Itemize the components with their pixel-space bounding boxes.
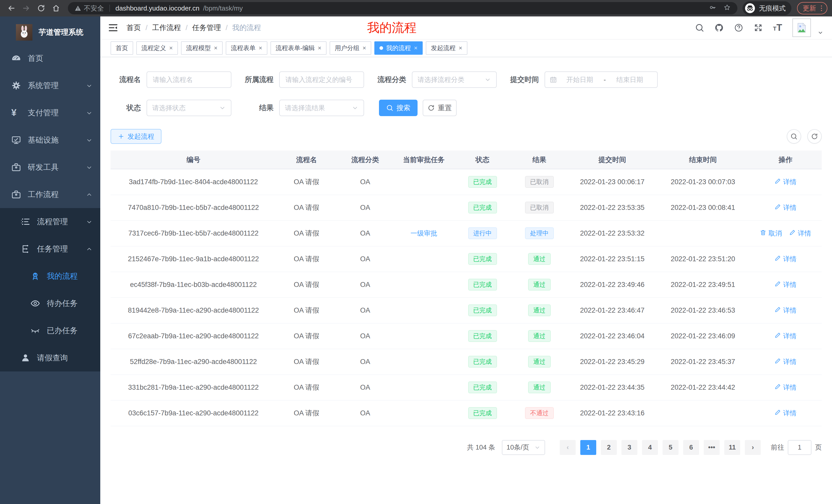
task-link[interactable]: 一级审批 <box>410 229 437 238</box>
tab-label: 流程模型 <box>186 44 211 52</box>
page-ellipsis[interactable]: ••• <box>704 440 720 455</box>
cell-process-name: OA 请假 <box>276 220 337 246</box>
tab-我的流程[interactable]: 我的流程× <box>374 41 423 55</box>
breadcrumb-item-任务管理[interactable]: 任务管理 <box>192 23 221 33</box>
next-page-button[interactable]: › <box>745 440 761 455</box>
reload-icon[interactable] <box>34 2 48 15</box>
detail-link[interactable]: 详情 <box>789 229 811 238</box>
not-secure-warning[interactable]: 不安全 <box>75 4 104 13</box>
close-icon[interactable]: × <box>459 45 462 51</box>
breadcrumb-item-首页[interactable]: 首页 <box>127 23 141 33</box>
breadcrumb-item-工作流程[interactable]: 工作流程 <box>152 23 181 33</box>
start-process-button[interactable]: 发起流程 <box>110 129 161 144</box>
page-1[interactable]: 1 <box>580 440 596 455</box>
github-icon[interactable] <box>714 23 724 32</box>
app-logo-row[interactable]: 芋道管理系统 <box>0 17 100 45</box>
detail-link[interactable]: 详情 <box>774 306 797 315</box>
detail-link[interactable]: 详情 <box>774 177 797 187</box>
sidebar-item-系统管理[interactable]: 系统管理 <box>0 72 100 99</box>
close-icon[interactable]: × <box>259 45 262 51</box>
cell-status: 进行中 <box>454 220 511 246</box>
close-icon[interactable]: × <box>318 45 321 51</box>
page-6[interactable]: 6 <box>683 440 699 455</box>
sidebar-item-工作流程[interactable]: 工作流程 <box>0 181 100 208</box>
back-icon[interactable] <box>5 2 18 15</box>
page-4[interactable]: 4 <box>642 440 658 455</box>
bookmark-star-icon[interactable] <box>724 4 731 13</box>
search-icon[interactable] <box>695 23 704 32</box>
fullscreen-icon[interactable] <box>754 23 763 32</box>
jump-page-input[interactable] <box>788 440 811 455</box>
sidebar-item-请假查询[interactable]: 请假查询 <box>0 344 100 371</box>
detail-link[interactable]: 详情 <box>774 409 797 418</box>
prev-page-button[interactable]: ‹ <box>560 440 576 455</box>
tab-首页[interactable]: 首页 <box>110 41 133 55</box>
sidebar-item-研发工具[interactable]: 研发工具 <box>0 153 100 181</box>
sidebar-item-任务管理[interactable]: 任务管理 <box>0 235 100 262</box>
submit-time-range-picker[interactable]: 开始日期 - 结束日期 <box>545 72 658 88</box>
page-5[interactable]: 5 <box>662 440 678 455</box>
home-icon[interactable] <box>49 2 63 15</box>
process-definition-input[interactable] <box>279 72 364 88</box>
collapse-sidebar-icon[interactable] <box>108 23 118 33</box>
tab-流程定义[interactable]: 流程定义× <box>136 41 178 55</box>
address-bar[interactable]: 不安全 dashboard.yudao.iocoder.cn/bpm/task/… <box>68 2 737 15</box>
refresh-table-button[interactable] <box>807 129 822 144</box>
detail-link[interactable]: 详情 <box>774 357 797 366</box>
help-icon[interactable] <box>734 23 743 32</box>
row-actions: 详情 <box>774 306 797 315</box>
status-select[interactable]: 请选择状态 <box>147 100 231 116</box>
incognito-profile-chip[interactable]: 无痕模式 <box>743 1 791 15</box>
detail-link[interactable]: 详情 <box>774 203 797 212</box>
reset-button[interactable]: 重置 <box>423 100 457 116</box>
page-3[interactable]: 3 <box>621 440 638 455</box>
toggle-search-button[interactable] <box>787 129 801 144</box>
sidebar-item-label: 系统管理 <box>28 80 59 91</box>
avatar[interactable] <box>792 19 811 37</box>
tab-用户分组[interactable]: 用户分组× <box>330 41 371 55</box>
close-icon[interactable]: × <box>169 45 173 51</box>
browser-update-button[interactable]: 更新 <box>797 2 827 15</box>
sidebar-item-支付管理[interactable]: ¥支付管理 <box>0 99 100 127</box>
category-select[interactable]: 请选择流程分类 <box>412 72 497 88</box>
tab-流程表单[interactable]: 流程表单× <box>226 41 267 55</box>
detail-link[interactable]: 详情 <box>774 280 797 289</box>
cell-process-id: 3ad174fb-7b9d-11ec-8404-acde48001122 <box>110 169 276 195</box>
search-button[interactable]: 搜索 <box>379 100 418 116</box>
close-icon[interactable]: × <box>363 45 366 51</box>
close-icon[interactable]: × <box>214 45 217 51</box>
tab-流程表单-编辑[interactable]: 流程表单-编辑× <box>270 41 327 55</box>
detail-link[interactable]: 详情 <box>774 255 797 263</box>
chevron-up-icon <box>86 191 93 198</box>
page-size-select[interactable]: 10条/页 <box>502 440 545 455</box>
font-size-icon[interactable]: TT <box>773 24 782 32</box>
plus-icon <box>118 133 125 140</box>
sidebar-item-待办任务[interactable]: 待办任务 <box>0 290 100 317</box>
logo-image <box>16 24 32 40</box>
sidebar-item-流程管理[interactable]: 流程管理 <box>0 208 100 235</box>
result-select[interactable]: 请选择流结果 <box>279 100 364 116</box>
search-button-label: 搜索 <box>396 103 410 113</box>
key-icon[interactable] <box>709 4 716 13</box>
table-toolbar: 发起流程 <box>110 129 822 144</box>
tab-发起流程[interactable]: 发起流程× <box>426 41 467 55</box>
close-icon[interactable]: × <box>414 45 418 51</box>
detail-link[interactable]: 详情 <box>774 383 797 392</box>
browser-toolbar: 不安全 dashboard.yudao.iocoder.cn/bpm/task/… <box>0 0 832 17</box>
sidebar-item-首页[interactable]: 首页 <box>0 45 100 72</box>
page-2[interactable]: 2 <box>601 440 617 455</box>
sidebar-item-基础设施[interactable]: 基础设施 <box>0 127 100 153</box>
url-host: dashboard.yudao.iocoder.cn <box>115 4 200 12</box>
detail-link[interactable]: 详情 <box>774 332 797 341</box>
search-icon <box>790 133 798 140</box>
forward-icon[interactable] <box>20 2 33 15</box>
edit-icon <box>774 306 781 315</box>
page-11[interactable]: 11 <box>724 440 740 455</box>
sidebar-item-我的流程[interactable]: 我的流程 <box>0 262 100 290</box>
breadcrumb-item-我的流程: 我的流程 <box>232 23 261 33</box>
cancel-link[interactable]: 取消 <box>760 229 782 238</box>
tab-流程模型[interactable]: 流程模型× <box>181 41 223 55</box>
sidebar-item-已办任务[interactable]: 已办任务 <box>0 317 100 344</box>
avatar-caret-icon[interactable] <box>817 30 823 35</box>
process-name-input[interactable] <box>147 72 231 88</box>
